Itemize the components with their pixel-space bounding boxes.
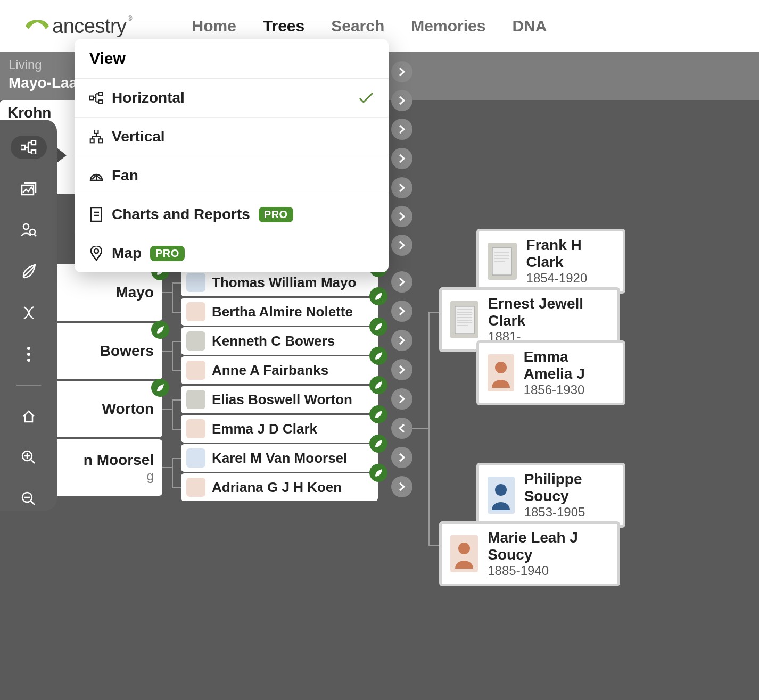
connector bbox=[162, 351, 172, 352]
image-stack-icon bbox=[21, 182, 37, 196]
connector bbox=[172, 399, 181, 401]
expand-button[interactable] bbox=[391, 271, 412, 293]
svg-rect-12 bbox=[98, 92, 102, 96]
view-map[interactable]: Map PRO bbox=[75, 234, 389, 272]
person-name: Bertha Almire Nolette bbox=[212, 304, 353, 320]
person-row-bertha[interactable]: Bertha Almire Nolette bbox=[181, 298, 378, 326]
svg-rect-1 bbox=[31, 140, 36, 145]
svg-point-7 bbox=[27, 353, 30, 356]
hint-leaf-icon[interactable] bbox=[151, 379, 169, 397]
svg-rect-16 bbox=[98, 139, 102, 143]
expand-button[interactable] bbox=[391, 177, 412, 198]
hint-leaf-icon[interactable] bbox=[369, 318, 387, 336]
zoom-in-button[interactable] bbox=[11, 446, 47, 469]
registered-mark: ® bbox=[128, 15, 133, 22]
person-row-thomas[interactable]: Thomas William Mayo bbox=[181, 269, 378, 296]
check-icon bbox=[359, 92, 374, 104]
view-horizontal[interactable]: Horizontal bbox=[75, 79, 389, 118]
person-row-elias[interactable]: Elias Boswell Worton bbox=[181, 386, 378, 413]
avatar-icon bbox=[186, 331, 205, 351]
person-card-philippe[interactable]: Philippe Soucy 1853-1905 bbox=[476, 463, 625, 528]
person-row-emma[interactable]: Emma J D Clark bbox=[181, 415, 378, 443]
document-thumb-icon bbox=[450, 301, 478, 338]
pin-icon bbox=[90, 246, 102, 261]
person-card-emma-a[interactable]: Emma Amelia J 1856-1930 bbox=[476, 340, 625, 405]
fan-icon bbox=[89, 170, 103, 181]
connector bbox=[172, 370, 181, 371]
expand-button[interactable] bbox=[391, 61, 412, 82]
avatar-icon bbox=[186, 273, 205, 292]
document-thumb-icon bbox=[488, 243, 517, 280]
expand-button[interactable] bbox=[391, 388, 412, 410]
nav-dna[interactable]: DNA bbox=[512, 17, 547, 35]
nav-search[interactable]: Search bbox=[331, 17, 384, 35]
connector bbox=[172, 487, 181, 488]
collapse-button[interactable] bbox=[391, 418, 412, 439]
person-dates: 1854-1920 bbox=[526, 271, 614, 286]
dropdown-title: View bbox=[75, 39, 389, 79]
dropdown-item-label: Horizontal bbox=[112, 89, 185, 106]
person-dates: 1885-1940 bbox=[488, 563, 609, 578]
zoom-out-button[interactable] bbox=[11, 487, 47, 511]
expand-button[interactable] bbox=[391, 330, 412, 351]
person-name: Ernest Jewell Clark bbox=[488, 295, 609, 329]
connector bbox=[172, 429, 181, 430]
more-button[interactable] bbox=[11, 343, 47, 366]
toolbar-pointer bbox=[57, 148, 67, 163]
view-dropdown: View Horizontal Vertical Fan bbox=[75, 39, 389, 272]
hint-leaf-icon[interactable] bbox=[151, 321, 169, 339]
expand-button[interactable] bbox=[391, 476, 412, 497]
view-vertical[interactable]: Vertical bbox=[75, 118, 389, 156]
expand-button[interactable] bbox=[391, 90, 412, 111]
person-card-frank[interactable]: Frank H Clark 1854-1920 bbox=[476, 229, 625, 294]
connector bbox=[172, 312, 181, 313]
brand-name: ancestry bbox=[52, 15, 127, 38]
nav-home[interactable]: Home bbox=[192, 17, 236, 35]
zoom-out-icon bbox=[21, 491, 37, 507]
avatar-icon bbox=[186, 478, 205, 497]
expand-button[interactable] bbox=[391, 359, 412, 380]
expand-button[interactable] bbox=[391, 301, 412, 322]
dropdown-item-label: Fan bbox=[112, 167, 138, 184]
person-card-marie[interactable]: Marie Leah J Soucy 1885-1940 bbox=[439, 521, 620, 586]
expand-button[interactable] bbox=[391, 447, 412, 468]
connector bbox=[172, 282, 181, 284]
hints-button[interactable] bbox=[11, 260, 47, 283]
person-row-karel[interactable]: Karel M Van Moorsel bbox=[181, 444, 378, 472]
nav-trees[interactable]: Trees bbox=[263, 17, 304, 35]
dna-button[interactable] bbox=[11, 301, 47, 324]
svg-point-4 bbox=[23, 224, 29, 229]
media-button[interactable] bbox=[11, 177, 47, 201]
svg-point-6 bbox=[27, 347, 30, 350]
brand-logo[interactable]: ancestry® bbox=[24, 15, 133, 38]
dropdown-item-label: Vertical bbox=[112, 128, 165, 145]
person-name: Kenneth C Bowers bbox=[212, 333, 335, 349]
nav-links: Home Trees Search Memories DNA bbox=[192, 17, 547, 35]
person-name: Frank H Clark bbox=[526, 237, 614, 271]
connector bbox=[428, 312, 430, 545]
hint-leaf-icon[interactable] bbox=[369, 405, 387, 423]
hint-leaf-icon[interactable] bbox=[369, 287, 387, 305]
connector bbox=[172, 458, 181, 459]
person-row-adriana[interactable]: Adriana G J H Koen bbox=[181, 473, 378, 501]
home-button[interactable] bbox=[11, 405, 47, 428]
hint-leaf-icon[interactable] bbox=[369, 347, 387, 365]
nav-memories[interactable]: Memories bbox=[411, 17, 485, 35]
left-toolbar bbox=[0, 120, 57, 511]
expand-button[interactable] bbox=[391, 148, 412, 169]
svg-rect-14 bbox=[95, 130, 98, 134]
view-tree-button[interactable] bbox=[11, 136, 47, 159]
expand-button[interactable] bbox=[391, 206, 412, 227]
person-name: Philippe Soucy bbox=[524, 471, 614, 505]
hint-leaf-icon[interactable] bbox=[369, 435, 387, 453]
person-row-kenneth[interactable]: Kenneth C Bowers bbox=[181, 327, 378, 355]
hint-leaf-icon[interactable] bbox=[369, 464, 387, 482]
person-row-anne[interactable]: Anne A Fairbanks bbox=[181, 356, 378, 384]
hint-leaf-icon[interactable] bbox=[369, 376, 387, 394]
view-reports[interactable]: Charts and Reports PRO bbox=[75, 195, 389, 234]
view-fan[interactable]: Fan bbox=[75, 156, 389, 195]
expand-button[interactable] bbox=[391, 235, 412, 256]
person-search-button[interactable] bbox=[11, 219, 47, 242]
expand-button[interactable] bbox=[391, 119, 412, 140]
person-name: Emma Amelia J bbox=[524, 348, 614, 382]
